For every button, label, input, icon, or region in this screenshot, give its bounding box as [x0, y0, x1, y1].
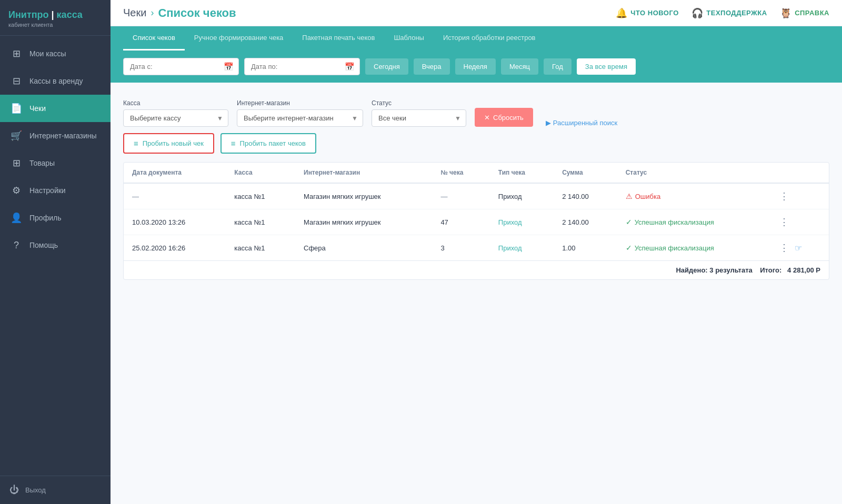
table-row: 25.02.2020 16:26 касса №1 Сфера 3 Приход…	[124, 235, 829, 261]
sidebar-item-label: Мои кассы	[29, 49, 66, 58]
cell-status: ✓ Успешная фискализация	[617, 209, 771, 235]
calendar-icon: 📅	[345, 62, 355, 72]
status-select-wrap: Все чеки ▼	[372, 109, 466, 127]
found-text: Найдено: 3 результата	[676, 266, 752, 274]
profile-icon: 👤	[9, 211, 23, 225]
cell-type[interactable]: Приход	[490, 209, 554, 235]
more-dots-icon[interactable]: ⋮	[779, 191, 789, 201]
sidebar-item-shops[interactable]: 🛒 Интернет-магазины	[0, 122, 111, 149]
support-button[interactable]: 🎧 ТЕХПОДДЕРЖКА	[691, 7, 767, 19]
sidebar-item-label: Интернет-магазины	[29, 132, 97, 140]
col-type: Тип чека	[490, 163, 554, 183]
cell-shop: Сфера	[295, 235, 432, 261]
whats-new-label: ЧТО НОВОГО	[630, 9, 678, 17]
cell-date: —	[124, 183, 226, 209]
sidebar-item-label: Профиль	[29, 214, 61, 222]
new-check-label: Пробить новый чек	[143, 139, 204, 147]
cell-kassa: касса №1	[226, 209, 295, 235]
col-amount: Сумма	[554, 163, 617, 183]
period-today[interactable]: Сегодня	[365, 58, 408, 75]
period-yesterday[interactable]: Вчера	[414, 58, 450, 75]
help-label: СПРАВКА	[795, 9, 829, 17]
main-content: Чеки › Список чеков 🔔 ЧТО НОВОГО 🎧 ТЕХПО…	[111, 0, 842, 504]
top-header: Чеки › Список чеков 🔔 ЧТО НОВОГО 🎧 ТЕХПО…	[111, 0, 842, 26]
date-to-input[interactable]	[244, 58, 360, 75]
breadcrumb-current: Список чеков	[158, 6, 236, 20]
tab-batch-print[interactable]: Пакетная печать чеков	[293, 26, 384, 51]
period-all[interactable]: За все время	[577, 58, 636, 75]
date-from-input[interactable]	[123, 58, 239, 75]
sidebar-item-label: Кассы в аренду	[29, 77, 83, 85]
sidebar-item-label: Чеки	[29, 104, 46, 113]
sidebar-item-my-cash[interactable]: ⊞ Мои кассы	[0, 40, 111, 67]
shop-filter-group: Интернет-магазин Выберите интернет-магаз…	[237, 99, 363, 127]
period-year[interactable]: Год	[544, 58, 572, 75]
status-label: Статус	[372, 99, 466, 107]
type-link[interactable]: Приход	[498, 244, 522, 252]
cell-status: ✓ Успешная фискализация	[617, 235, 771, 261]
sidebar-item-label: Помощь	[29, 241, 58, 249]
cell-type[interactable]: Приход	[490, 235, 554, 261]
logout-label: Выход	[25, 486, 46, 494]
cell-check-num: 47	[432, 209, 489, 235]
cashier-icon: ⊞	[9, 47, 23, 61]
sidebar-item-checks[interactable]: 📄 Чеки	[0, 95, 111, 122]
sidebar-item-goods[interactable]: ⊞ Товары	[0, 149, 111, 177]
more-dots-icon[interactable]: ⋮	[779, 243, 789, 253]
period-month[interactable]: Месяц	[501, 58, 538, 75]
sidebar-footer-logout[interactable]: ⏻ Выход	[0, 476, 111, 504]
cell-status: ⚠ Ошибка	[617, 183, 771, 209]
batch-check-label: Пробить пакет чеков	[240, 139, 306, 147]
support-label: ТЕХПОДДЕРЖКА	[706, 9, 767, 17]
whats-new-button[interactable]: 🔔 ЧТО НОВОГО	[616, 7, 679, 19]
filter-row-2: Касса Выберите кассу ▼ Интернет-магазин …	[123, 91, 829, 133]
tab-list[interactable]: Список чеков	[123, 26, 185, 51]
logo-subtitle: кабинет клиента	[8, 22, 102, 28]
cell-more: ⋮ ☞	[771, 235, 829, 261]
advanced-search-link[interactable]: ▶ Расширенный поиск	[546, 119, 617, 127]
tab-templates[interactable]: Шаблоны	[384, 26, 434, 51]
tab-history[interactable]: История обработки реестров	[434, 26, 545, 51]
cell-shop: Магазин мягких игрушек	[295, 183, 432, 209]
cell-type: Приход	[490, 183, 554, 209]
checks-table: Дата документа Касса Интернет-магазин № …	[124, 163, 829, 260]
breadcrumb-arrow: ›	[151, 7, 154, 18]
sidebar-logo: Инитпро | касса кабинет клиента	[0, 0, 111, 36]
type-link[interactable]: Приход	[498, 218, 522, 226]
checks-table-wrap: Дата документа Касса Интернет-магазин № …	[123, 162, 829, 280]
sidebar-item-profile[interactable]: 👤 Профиль	[0, 204, 111, 231]
kassa-select[interactable]: Выберите кассу	[123, 109, 228, 127]
logo-main: Инитпро	[8, 9, 49, 20]
sidebar-item-rent-cash[interactable]: ⊟ Кассы в аренду	[0, 67, 111, 95]
rent-icon: ⊟	[9, 74, 23, 88]
status-filter-group: Статус Все чеки ▼	[372, 99, 466, 127]
status-badge-success: ✓ Успешная фискализация	[626, 218, 763, 226]
batch-check-button[interactable]: ≡ Пробить пакет чеков	[220, 133, 316, 154]
sidebar-item-settings[interactable]: ⚙ Настройки	[0, 177, 111, 204]
status-select[interactable]: Все чеки	[372, 109, 466, 127]
total-label: Итого:	[760, 266, 781, 274]
sidebar-nav: ⊞ Мои кассы ⊟ Кассы в аренду 📄 Чеки 🛒 Ин…	[0, 36, 111, 476]
hand-icon[interactable]: ☞	[795, 244, 802, 253]
gear-icon: ⚙	[9, 184, 23, 197]
cell-amount: 2 140.00	[554, 183, 617, 209]
status-badge-error: ⚠ Ошибка	[626, 192, 763, 200]
logo-product: касса	[57, 9, 83, 20]
more-dots-icon[interactable]: ⋮	[779, 217, 789, 227]
shop-select[interactable]: Выберите интернет-магазин	[237, 109, 363, 127]
new-check-button[interactable]: ≡ Пробить новый чек	[123, 133, 214, 154]
breadcrumb-parent: Чеки	[123, 7, 146, 19]
help-button[interactable]: 🦉 СПРАВКА	[780, 7, 829, 19]
tab-manual[interactable]: Ручное формирование чека	[185, 26, 293, 51]
reset-button[interactable]: ✕ Сбросить	[475, 108, 533, 127]
cell-more: ⋮	[771, 209, 829, 235]
advanced-search-label: Расширенный поиск	[553, 119, 617, 127]
reset-label: Сбросить	[493, 114, 524, 122]
goods-icon: ⊞	[9, 156, 23, 170]
sidebar-item-help[interactable]: ? Помощь	[0, 231, 111, 259]
period-week[interactable]: Неделя	[455, 58, 496, 75]
table-header-row: Дата документа Касса Интернет-магазин № …	[124, 163, 829, 183]
cell-date: 10.03.2020 13:26	[124, 209, 226, 235]
owl-icon: 🦉	[780, 7, 792, 19]
table-footer: Найдено: 3 результата Итого: 4 281,00 Р	[124, 260, 829, 279]
